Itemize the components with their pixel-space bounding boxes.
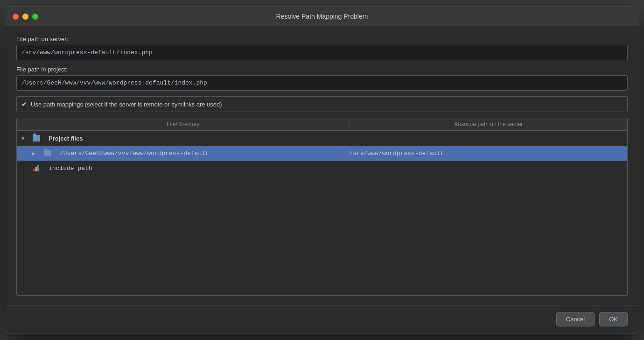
cancel-button[interactable]: Cancel <box>556 312 595 326</box>
dialog-content: File path on server: File path in projec… <box>5 26 639 305</box>
checkbox-label: Use path mappings (select if the server … <box>31 101 222 108</box>
divider-line-3 <box>334 163 334 173</box>
maximize-button[interactable] <box>32 14 38 20</box>
mapping-table: File/Directory Absolute path on the serv… <box>16 118 628 296</box>
divider-line <box>334 134 334 143</box>
close-button[interactable] <box>13 14 19 20</box>
server-path-label: File path on server: <box>16 35 628 42</box>
tree-row-wordpress-default[interactable]: ▶ /Users/GeeH/www/vvv/www/wordpress-defa… <box>17 146 627 161</box>
mapping-table-body: ▼ Project files ▶ /Users/GeeH/www/vvv/ww… <box>17 131 627 295</box>
header-col-file-directory: File/Directory <box>17 121 350 128</box>
server-path-section: File path on server: <box>16 35 628 60</box>
row-label-wordpress-default: /Users/GeeH/www/vvv/www/wordpress-defaul… <box>60 150 334 157</box>
project-path-label: File path in project: <box>16 66 628 73</box>
tree-row-project-files[interactable]: ▼ Project files <box>17 131 627 146</box>
project-path-section: File path in project: <box>16 66 628 91</box>
title-bar: Resolve Path Mapping Problem <box>5 7 639 26</box>
server-path-input[interactable] <box>16 45 628 60</box>
folder-icon-wordpress-default <box>44 150 51 156</box>
title-bar-buttons <box>13 14 38 20</box>
expand-icon-wordpress-default: ▶ <box>32 151 36 156</box>
row-label-include-path: Include path <box>49 165 331 172</box>
checkbox-icon: ✔ <box>21 100 27 108</box>
tree-row-include-path[interactable]: ▶ Include path <box>17 161 627 176</box>
project-path-input[interactable] <box>16 75 628 91</box>
header-col-server-path: Absolute path on the server <box>350 121 627 128</box>
include-path-icon <box>33 165 40 171</box>
dialog: Resolve Path Mapping Problem File path o… <box>5 7 639 333</box>
divider-line-2 <box>342 149 342 158</box>
expand-icon-project-files: ▼ <box>21 136 25 141</box>
minimize-button[interactable] <box>22 14 28 20</box>
ok-button[interactable]: OK <box>599 312 628 326</box>
dialog-footer: Cancel OK <box>5 305 639 333</box>
row-server-path-wordpress-default: /srv/www/wordpress-default <box>345 150 624 157</box>
folder-icon-project-files <box>33 135 40 142</box>
row-label-project-files: Project files <box>49 135 331 142</box>
mapping-table-header: File/Directory Absolute path on the serv… <box>17 118 627 131</box>
dialog-title: Resolve Path Mapping Problem <box>276 13 368 20</box>
use-path-mappings-checkbox-row[interactable]: ✔ Use path mappings (select if the serve… <box>16 96 628 112</box>
